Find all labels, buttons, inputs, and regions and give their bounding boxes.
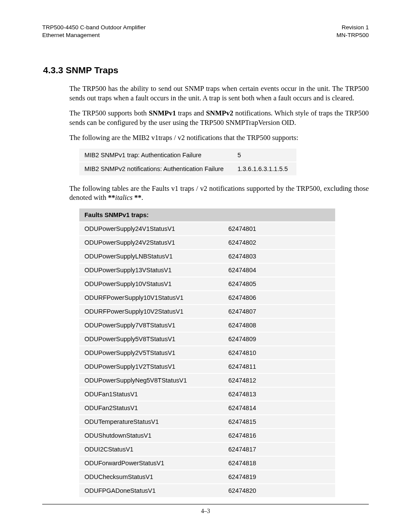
faults-header-cell: Faults SNMPv1 traps:	[79, 208, 335, 222]
paragraph-1: The TRP500 has the ability to send out S…	[69, 84, 369, 103]
mib2-tbody: MIB2 SNMPv1 trap: Authentication Failure…	[79, 149, 296, 176]
fault-id-cell: 62474819	[223, 470, 335, 484]
table-row: ODUPowerSupply13VStatusV162474804	[79, 263, 335, 277]
table-row: ODUPowerSupply1V2TStatusV162474811	[79, 360, 335, 373]
table-row: ODUShutdownStatusV162474816	[79, 429, 335, 442]
fault-id-cell: 62474820	[223, 484, 335, 498]
fault-name-cell: ODUForwardPowerStatusV1	[79, 456, 223, 470]
fault-id-cell: 62474813	[223, 387, 335, 401]
section-heading: 4.3.3 SNMP Traps	[43, 65, 369, 75]
header-right: Revision 1 MN-TRP500	[336, 24, 369, 39]
table-row: ODUPowerSupply7V8TStatusV162474808	[79, 318, 335, 332]
faults-thead: Faults SNMPv1 traps:	[79, 208, 335, 222]
paragraph-3: The following are the MIB2 v1traps / v2 …	[69, 133, 369, 142]
fault-id-cell: 62474810	[223, 346, 335, 360]
fault-id-cell: 62474817	[223, 442, 335, 456]
table-row: ODUPowerSupplyNeg5V8TStatusV162474812	[79, 373, 335, 387]
table-row: ODUChecksumStatusV162474819	[79, 470, 335, 484]
table-row: ODUPowerSupply24V1StatusV162474801	[79, 222, 335, 236]
fault-id-cell: 62474815	[223, 415, 335, 429]
fault-name-cell: ODUPowerSupply10VStatusV1	[79, 277, 223, 291]
fault-id-cell: 62474803	[223, 249, 335, 263]
fault-name-cell: ODUPowerSupply24V2StatusV1	[79, 236, 223, 249]
table-row: ODURFPowerSupply10V1StatusV162474806	[79, 291, 335, 305]
fault-id-cell: 62474805	[223, 277, 335, 291]
fault-name-cell: ODUPowerSupply13VStatusV1	[79, 263, 223, 277]
table-row: ODUPowerSupply5V8TStatusV162474809	[79, 332, 335, 346]
fault-id-cell: 62474816	[223, 429, 335, 442]
page: TRP500-4450 C-band Outdoor Amplifier Eth…	[0, 0, 411, 532]
footer-rule	[42, 504, 369, 504]
header-left: TRP500-4450 C-band Outdoor Amplifier Eth…	[42, 24, 146, 39]
fault-id-cell: 62474818	[223, 456, 335, 470]
table-row: ODUPowerSupply2V5TStatusV162474810	[79, 346, 335, 360]
header-left-line1: TRP500-4450 C-band Outdoor Amplifier	[42, 24, 146, 31]
fault-name-cell: ODURFPowerSupply10V1StatusV1	[79, 291, 223, 305]
table-row: ODUPowerSupply24V2StatusV162474802	[79, 236, 335, 249]
fault-name-cell: ODUPowerSupply7V8TStatusV1	[79, 318, 223, 332]
mib2-table-wrap: MIB2 SNMPv1 trap: Authentication Failure…	[79, 149, 369, 176]
table-row: MIB2 SNMPv1 trap: Authentication Failure…	[79, 149, 296, 162]
page-footer: 4–3	[0, 504, 411, 515]
fault-id-cell: 62474801	[223, 222, 335, 236]
mib2-value-cell: 1.3.6.1.6.3.1.1.5.5	[232, 162, 296, 176]
page-header: TRP500-4450 C-band Outdoor Amplifier Eth…	[42, 24, 369, 39]
fault-name-cell: ODUTemperatureStatusV1	[79, 415, 223, 429]
mib2-label-cell: MIB2 SNMPv2 notifications: Authenticatio…	[79, 162, 232, 176]
table-row: ODUFan2StatusV162474814	[79, 401, 335, 415]
fault-name-cell: ODUPowerSupply2V5TStatusV1	[79, 346, 223, 360]
fault-id-cell: 62474809	[223, 332, 335, 346]
fault-name-cell: ODUShutdownStatusV1	[79, 429, 223, 442]
fault-id-cell: 62474807	[223, 305, 335, 318]
faults-tbody: ODUPowerSupply24V1StatusV162474801ODUPow…	[79, 222, 335, 498]
para2-part-b2: traps and	[176, 109, 206, 117]
mib2-table: MIB2 SNMPv1 trap: Authentication Failure…	[79, 149, 296, 176]
fault-name-cell: ODUI2CStatusV1	[79, 442, 223, 456]
table-row: ODUFPGADoneStatusV162474820	[79, 484, 335, 498]
table-row: ODUPowerSupply10VStatusV162474805	[79, 277, 335, 291]
fault-id-cell: 62474814	[223, 401, 335, 415]
fault-name-cell: ODUFan2StatusV1	[79, 401, 223, 415]
fault-id-cell: 62474808	[223, 318, 335, 332]
table-row: ODUForwardPowerStatusV162474818	[79, 456, 335, 470]
fault-id-cell: 62474811	[223, 360, 335, 373]
para2-part-a: The TRP500 supports both	[69, 109, 149, 117]
para4-asterisks-close: **	[133, 193, 142, 202]
table-row: ODUPowerSupplyLNBStatusV162474803	[79, 249, 335, 263]
table-row: MIB2 SNMPv2 notifications: Authenticatio…	[79, 162, 296, 176]
fault-name-cell: ODUPowerSupply1V2TStatusV1	[79, 360, 223, 373]
paragraph-4: The following tables are the Faults v1 t…	[69, 184, 369, 202]
para4-part-e: .	[141, 193, 143, 202]
faults-table: Faults SNMPv1 traps: ODUPowerSupply24V1S…	[79, 208, 335, 498]
fault-id-cell: 62474804	[223, 263, 335, 277]
mib2-label-cell: MIB2 SNMPv1 trap: Authentication Failure	[79, 149, 232, 162]
para4-asterisks-open: **	[108, 193, 115, 202]
faults-header-row: Faults SNMPv1 traps:	[79, 208, 335, 222]
faults-table-wrap: Faults SNMPv1 traps: ODUPowerSupply24V1S…	[79, 208, 369, 498]
table-row: ODURFPowerSupply10V2StatusV162474807	[79, 305, 335, 318]
fault-name-cell: ODUFan1StatusV1	[79, 387, 223, 401]
header-right-line1: Revision 1	[342, 24, 369, 31]
table-row: ODUFan1StatusV162474813	[79, 387, 335, 401]
fault-id-cell: 62474812	[223, 373, 335, 387]
page-number: 4–3	[201, 508, 210, 514]
fault-name-cell: ODUChecksumStatusV1	[79, 470, 223, 484]
table-row: ODUI2CStatusV162474817	[79, 442, 335, 456]
mib2-value-cell: 5	[232, 149, 296, 162]
fault-name-cell: ODUPowerSupplyNeg5V8TStatusV1	[79, 373, 223, 387]
table-row: ODUTemperatureStatusV162474815	[79, 415, 335, 429]
fault-name-cell: ODUPowerSupplyLNBStatusV1	[79, 249, 223, 263]
fault-name-cell: ODUFPGADoneStatusV1	[79, 484, 223, 498]
fault-name-cell: ODUPowerSupply5V8TStatusV1	[79, 332, 223, 346]
para4-italics: italics	[115, 193, 132, 202]
fault-id-cell: 62474806	[223, 291, 335, 305]
fault-name-cell: ODURFPowerSupply10V2StatusV1	[79, 305, 223, 318]
para2-bold-snmpv1: SNMPv1	[149, 109, 176, 117]
para2-bold-snmpv2: SNMPv2	[206, 109, 233, 117]
header-right-line2: MN-TRP500	[336, 32, 369, 38]
paragraph-2: The TRP500 supports both SNMPv1 traps an…	[69, 109, 369, 127]
header-left-line2: Ethernet Management	[42, 32, 100, 38]
fault-id-cell: 62474802	[223, 236, 335, 249]
fault-name-cell: ODUPowerSupply24V1StatusV1	[79, 222, 223, 236]
